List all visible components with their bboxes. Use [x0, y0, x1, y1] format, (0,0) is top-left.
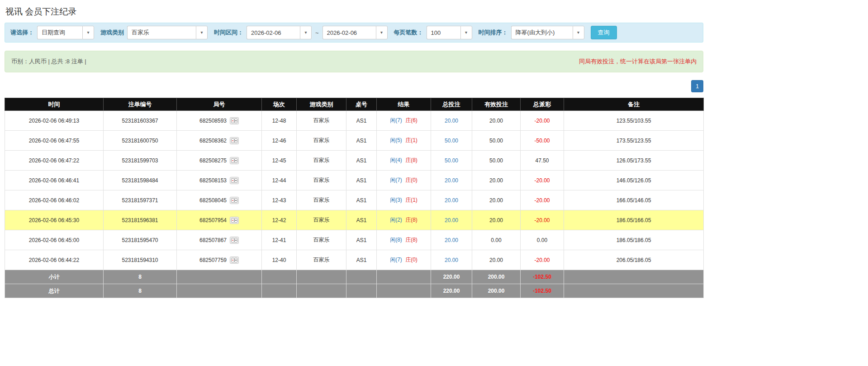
game-type-input[interactable] [127, 26, 196, 39]
total-bet-link[interactable]: 20.00 [445, 177, 458, 184]
cell-round: 682508153 [177, 171, 262, 190]
cell-time: 2026-02-06 06:45:00 [5, 230, 104, 250]
cell-game-type: 百家乐 [297, 151, 346, 171]
pagination: 1 [5, 80, 703, 92]
cell-total-bet: 20.00 [431, 230, 472, 250]
table-row: 2026-02-06 06:47:55 523181600750 6825083… [5, 131, 704, 151]
table-footer: 小计8220.00200.00-102.50总计8220.00200.00-10… [5, 270, 704, 298]
view-cards-button[interactable] [230, 157, 239, 164]
result-banker: 庄(1) [405, 137, 417, 143]
result-player: 闲(4) [390, 157, 402, 163]
cell-payout: -20.00 [521, 210, 564, 230]
query-type-caret-button[interactable]: ▾ [82, 26, 94, 39]
range-separator: ~ [315, 29, 319, 36]
total-bet-link[interactable]: 20.00 [445, 237, 458, 243]
total-bet-link[interactable]: 20.00 [445, 118, 458, 124]
cell-table-no: AS1 [346, 250, 377, 270]
table-row: 2026-02-06 06:49:13 523181603367 6825085… [5, 111, 704, 131]
footer-cell [262, 284, 297, 298]
result-banker: 庄(0) [405, 177, 417, 183]
round-id-text: 682507954 [199, 217, 227, 223]
cell-result: 闲(4) 庄(8) [377, 151, 431, 171]
footer-cell: 220.00 [431, 270, 472, 284]
cell-result: 闲(3) 庄(1) [377, 190, 431, 210]
query-type-input[interactable] [37, 26, 82, 39]
total-bet-link[interactable]: 20.00 [445, 197, 458, 204]
total-bet-link[interactable]: 20.00 [445, 257, 458, 263]
cell-bet-id: 523181598484 [104, 171, 177, 190]
column-header: 总投注 [431, 98, 472, 111]
cell-game-type: 百家乐 [297, 190, 346, 210]
page-button-1[interactable]: 1 [691, 80, 703, 92]
column-header: 时间 [5, 98, 104, 111]
result-player: 闲(3) [390, 197, 402, 203]
cell-round: 682507759 [177, 250, 262, 270]
footer-cell: 220.00 [431, 284, 472, 298]
view-cards-button[interactable] [230, 217, 239, 224]
footer-cell [377, 284, 431, 298]
result-player: 闲(7) [390, 117, 402, 124]
total-bet-link[interactable]: 20.00 [445, 217, 458, 223]
cell-payout: 0.00 [521, 230, 564, 250]
cell-valid-bet: 20.00 [472, 171, 521, 190]
date-to-caret-button[interactable]: ▾ [376, 26, 388, 39]
result-player: 闲(7) [390, 257, 402, 263]
date-to-input[interactable] [323, 26, 376, 39]
cell-valid-bet: 50.00 [472, 131, 521, 151]
search-button[interactable]: 查询 [591, 26, 617, 39]
view-cards-button[interactable] [230, 177, 239, 184]
cell-note: 123.55/103.55 [564, 111, 704, 131]
view-cards-icon [230, 237, 239, 244]
view-cards-button[interactable] [230, 237, 239, 244]
cell-time: 2026-02-06 06:49:13 [5, 111, 104, 131]
cell-total-bet: 20.00 [431, 111, 472, 131]
cell-valid-bet: 20.00 [472, 210, 521, 230]
footer-cell [177, 270, 262, 284]
date-from-caret-button[interactable]: ▾ [300, 26, 312, 39]
footer-cell [346, 284, 377, 298]
cell-note: 206.05/186.05 [564, 250, 704, 270]
cell-total-bet: 50.00 [431, 131, 472, 151]
view-cards-icon [230, 117, 239, 124]
result-player: 闲(2) [390, 217, 402, 223]
footer-cell: 200.00 [472, 284, 521, 298]
round-id-text: 682508362 [199, 138, 227, 144]
cell-total-bet: 50.00 [431, 151, 472, 171]
cell-result: 闲(8) 庄(8) [377, 230, 431, 250]
page-size-label: 每页笔数： [394, 29, 423, 37]
page-size-caret-button[interactable]: ▾ [460, 26, 472, 39]
cell-result: 闲(2) 庄(8) [377, 210, 431, 230]
result-banker: 庄(8) [405, 237, 417, 243]
filter-game-type: 游戏类别 ▾ [100, 26, 208, 39]
result-banker: 庄(1) [405, 197, 417, 203]
view-cards-button[interactable] [230, 257, 239, 264]
cell-result: 闲(7) 庄(0) [377, 250, 431, 270]
cell-bet-id: 523181597371 [104, 190, 177, 210]
cell-total-bet: 20.00 [431, 250, 472, 270]
view-cards-button[interactable] [230, 197, 239, 204]
game-type-caret-button[interactable]: ▾ [196, 26, 208, 39]
cell-time: 2026-02-06 06:46:02 [5, 190, 104, 210]
total-bet-link[interactable]: 50.00 [445, 157, 458, 164]
cell-bet-id: 523181594310 [104, 250, 177, 270]
total-bet-link[interactable]: 50.00 [445, 138, 458, 144]
round-id-text: 682508275 [199, 157, 227, 164]
filter-bar: 请选择： ▾ 游戏类别 ▾ 时间区间： ▾ ~ ▾ [5, 23, 703, 43]
cell-result: 闲(5) 庄(1) [377, 131, 431, 151]
view-cards-button[interactable] [230, 137, 239, 144]
sort-order-caret-button[interactable]: ▾ [573, 26, 584, 39]
bet-records-table: 时间注单编号局号场次游戏类别桌号结果总投注有效投注总派彩备注 2026-02-0… [5, 98, 704, 298]
date-from-input[interactable] [247, 26, 300, 39]
round-id-text: 682508593 [199, 118, 227, 124]
view-cards-button[interactable] [230, 117, 239, 124]
column-header: 游戏类别 [297, 98, 346, 111]
cell-payout: 47.50 [521, 151, 564, 171]
cell-payout: -50.00 [521, 131, 564, 151]
cell-note: 186.05/186.05 [564, 230, 704, 250]
cell-note: 146.05/126.05 [564, 171, 704, 190]
cell-table-no: AS1 [346, 210, 377, 230]
cell-table-no: AS1 [346, 151, 377, 171]
page-size-input[interactable] [427, 26, 460, 39]
sort-order-input[interactable] [511, 26, 573, 39]
footer-cell [346, 270, 377, 284]
